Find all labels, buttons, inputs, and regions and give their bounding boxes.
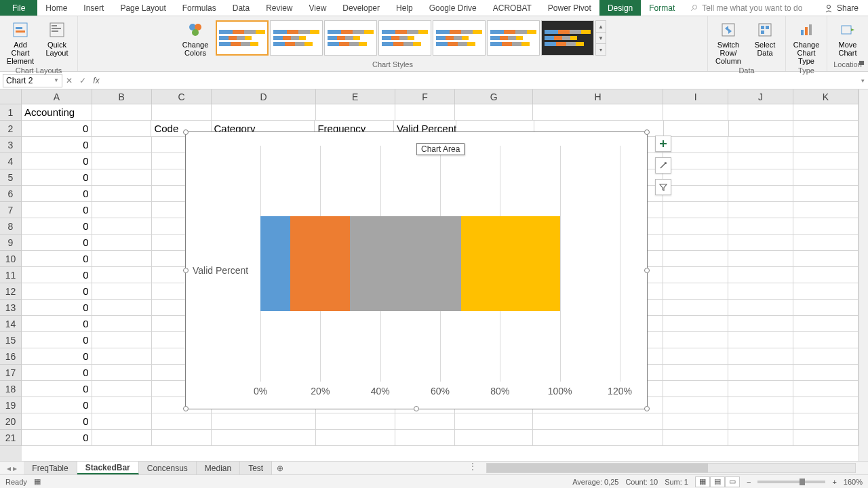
resize-handle-w[interactable]	[183, 268, 189, 273]
cell-K10[interactable]	[793, 251, 859, 267]
chart-object[interactable]: Valid Percent 0%20%40%60%80%100%120% Cha…	[185, 131, 648, 409]
cell-H20[interactable]	[533, 413, 663, 430]
cell-B15[interactable]	[92, 332, 152, 348]
tab-formulas[interactable]: Formulas	[174, 0, 224, 16]
chart-style-7[interactable]	[541, 20, 594, 56]
zoom-slider[interactable]	[757, 481, 825, 483]
cell-J20[interactable]	[728, 413, 793, 430]
cell-A13[interactable]: 0	[22, 300, 92, 316]
cell-J10[interactable]	[728, 251, 793, 267]
tab-developer[interactable]: Developer	[334, 0, 388, 16]
resize-handle-e[interactable]	[644, 268, 650, 273]
row-header-12[interactable]: 12	[0, 283, 22, 300]
col-header-F[interactable]: F	[395, 89, 455, 104]
cell-B4[interactable]	[92, 153, 152, 169]
cell-K1[interactable]	[793, 104, 859, 121]
chart-style-5[interactable]	[433, 20, 486, 56]
resize-handle-se[interactable]	[644, 406, 650, 411]
col-header-B[interactable]: B	[92, 89, 152, 104]
cell-B19[interactable]	[92, 397, 152, 413]
chart-segment-Series1[interactable]	[260, 216, 290, 310]
cell-K20[interactable]	[793, 413, 859, 430]
row-header-8[interactable]: 8	[0, 218, 22, 235]
cell-K13[interactable]	[793, 300, 859, 316]
macro-record-icon[interactable]: ▦	[34, 477, 41, 486]
chart-style-1[interactable]	[216, 20, 269, 56]
cell-K19[interactable]	[793, 397, 859, 413]
col-header-D[interactable]: D	[212, 89, 316, 104]
cell-A17[interactable]: 0	[22, 365, 92, 381]
cell-I11[interactable]	[663, 267, 728, 283]
col-header-G[interactable]: G	[455, 89, 533, 104]
cell-B13[interactable]	[92, 300, 152, 316]
resize-handle-ne[interactable]	[644, 129, 650, 135]
row-header-9[interactable]: 9	[0, 235, 22, 251]
tab-design[interactable]: Design	[599, 0, 641, 16]
cell-K14[interactable]	[793, 316, 859, 332]
cell-B10[interactable]	[92, 251, 152, 267]
col-header-A[interactable]: A	[22, 89, 92, 104]
change-colors-button[interactable]: Change Colors	[178, 19, 213, 58]
chart-segment-Series4[interactable]	[461, 216, 560, 310]
cell-D20[interactable]	[212, 413, 315, 430]
tab-review[interactable]: Review	[258, 0, 300, 16]
select-data-button[interactable]: Select Data	[747, 19, 783, 58]
cell-D1[interactable]	[212, 104, 315, 121]
cell-I20[interactable]	[663, 413, 728, 430]
sheet-tab-concensus[interactable]: Concensus	[139, 462, 197, 474]
cell-B21[interactable]	[92, 430, 152, 446]
tab-help[interactable]: Help	[388, 0, 421, 16]
cell-B7[interactable]	[92, 202, 152, 218]
cell-B20[interactable]	[92, 413, 152, 430]
zoom-level[interactable]: 160%	[844, 478, 863, 486]
cell-K5[interactable]	[793, 169, 859, 186]
change-chart-type-button[interactable]: Change Chart Type	[789, 19, 824, 66]
add-chart-element-button[interactable]: Add Chart Element	[3, 19, 38, 66]
cell-I10[interactable]	[663, 251, 728, 267]
cell-J8[interactable]	[728, 218, 793, 235]
cell-J14[interactable]	[728, 316, 793, 332]
cell-H21[interactable]	[533, 430, 663, 446]
cell-C20[interactable]	[152, 413, 212, 430]
chart-style-4[interactable]	[378, 20, 431, 56]
cell-B16[interactable]	[92, 348, 152, 365]
chart-segment-Series3[interactable]	[350, 216, 460, 310]
cell-A21[interactable]: 0	[22, 430, 92, 446]
cell-J5[interactable]	[728, 169, 793, 186]
expand-formula-bar-button[interactable]: ▾	[857, 77, 868, 84]
name-box-dropdown-icon[interactable]: ▼	[54, 77, 59, 83]
col-header-I[interactable]: I	[663, 89, 728, 104]
cell-K8[interactable]	[793, 218, 859, 235]
cell-K15[interactable]	[793, 332, 859, 348]
resize-handle-s[interactable]	[414, 406, 419, 411]
resize-handle-nw[interactable]	[183, 129, 189, 135]
cell-A7[interactable]: 0	[22, 202, 92, 218]
cell-B1[interactable]	[92, 104, 152, 121]
page-layout-view-button[interactable]: ▤	[710, 476, 725, 487]
row-header-16[interactable]: 16	[0, 348, 22, 365]
cell-B14[interactable]	[92, 316, 152, 332]
chart-filters-button[interactable]	[655, 179, 671, 195]
cell-K6[interactable]	[793, 186, 859, 202]
tab-google-drive[interactable]: Google Drive	[421, 0, 485, 16]
cell-G1[interactable]	[455, 104, 533, 121]
row-header-10[interactable]: 10	[0, 251, 22, 267]
select-all-corner[interactable]	[0, 89, 22, 104]
row-header-18[interactable]: 18	[0, 381, 22, 397]
chart-style-2[interactable]	[270, 20, 323, 56]
cell-B18[interactable]	[92, 381, 152, 397]
vertical-scrollbar[interactable]	[859, 89, 868, 461]
cell-E1[interactable]	[316, 104, 395, 121]
cell-C1[interactable]	[152, 104, 212, 121]
cell-I5[interactable]	[663, 169, 728, 186]
cell-A12[interactable]: 0	[22, 283, 92, 300]
cell-I15[interactable]	[663, 332, 728, 348]
cell-B5[interactable]	[92, 169, 152, 186]
col-header-E[interactable]: E	[316, 89, 395, 104]
cell-J9[interactable]	[728, 235, 793, 251]
cell-K3[interactable]	[793, 137, 859, 153]
row-header-20[interactable]: 20	[0, 413, 22, 430]
cell-I18[interactable]	[663, 381, 728, 397]
row-header-1[interactable]: 1	[0, 104, 22, 121]
tab-file[interactable]: File	[0, 0, 37, 16]
